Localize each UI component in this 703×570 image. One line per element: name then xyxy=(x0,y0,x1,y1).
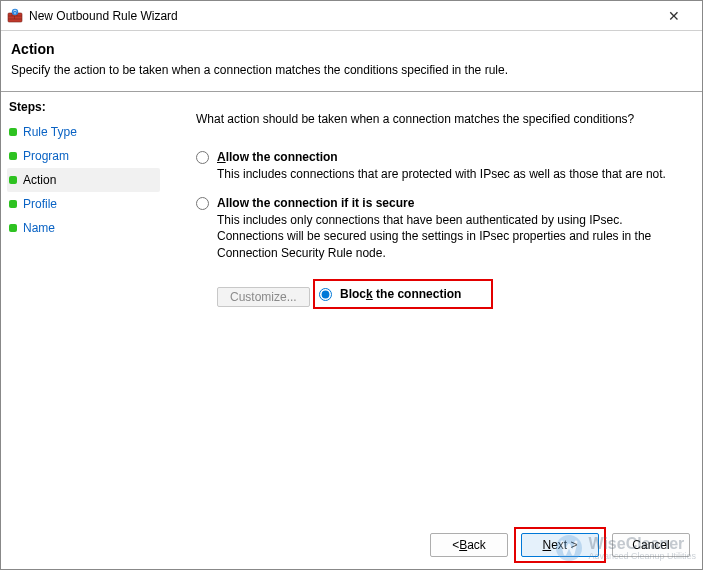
highlight-box-next: Next > xyxy=(514,527,606,563)
option-allow[interactable]: Allow the connection This includes conne… xyxy=(196,150,682,182)
step-label: Program xyxy=(23,149,69,163)
radio-allow-secure[interactable] xyxy=(196,197,209,210)
step-profile[interactable]: Profile xyxy=(7,192,160,216)
option-body: Allow the connection This includes conne… xyxy=(217,150,682,182)
wizard-header: Action Specify the action to be taken wh… xyxy=(1,31,702,81)
step-label: Action xyxy=(23,173,56,187)
step-program[interactable]: Program xyxy=(7,144,160,168)
steps-title: Steps: xyxy=(7,98,160,116)
next-button[interactable]: Next > xyxy=(521,533,599,557)
step-name[interactable]: Name xyxy=(7,216,160,240)
option-allow-secure[interactable]: Allow the connection if it is secure Thi… xyxy=(196,196,682,261)
option-title: Allow the connection if it is secure xyxy=(217,196,682,210)
step-bullet-icon xyxy=(9,176,17,184)
wizard-body: Steps: Rule Type Program Action Profile … xyxy=(1,91,702,521)
highlight-box-block: Block the connection xyxy=(313,279,493,309)
steps-panel: Steps: Rule Type Program Action Profile … xyxy=(1,92,166,521)
step-bullet-icon xyxy=(9,200,17,208)
radio-block[interactable] xyxy=(319,288,332,301)
page-title: Action xyxy=(11,41,692,57)
step-bullet-icon xyxy=(9,128,17,136)
titlebar: New Outbound Rule Wizard ✕ xyxy=(1,1,702,31)
step-label: Rule Type xyxy=(23,125,77,139)
option-desc: This includes only connections that have… xyxy=(217,212,682,261)
option-body: Allow the connection if it is secure Thi… xyxy=(217,196,682,261)
radio-allow[interactable] xyxy=(196,151,209,164)
step-label: Name xyxy=(23,221,55,235)
step-label: Profile xyxy=(23,197,57,211)
back-button[interactable]: < Back xyxy=(430,533,508,557)
steps-list: Rule Type Program Action Profile Name xyxy=(7,120,160,240)
firewall-icon xyxy=(7,8,23,24)
close-button[interactable]: ✕ xyxy=(654,2,694,30)
step-rule-type[interactable]: Rule Type xyxy=(7,120,160,144)
step-bullet-icon xyxy=(9,224,17,232)
option-desc: This includes connections that are prote… xyxy=(217,166,682,182)
cancel-button[interactable]: Cancel xyxy=(612,533,690,557)
option-title: Allow the connection xyxy=(217,150,682,164)
close-icon: ✕ xyxy=(668,8,680,24)
window-title: New Outbound Rule Wizard xyxy=(29,9,654,23)
content-panel: What action should be taken when a conne… xyxy=(166,92,702,521)
question-text: What action should be taken when a conne… xyxy=(196,112,682,126)
step-bullet-icon xyxy=(9,152,17,160)
footer: < Back Next > Cancel xyxy=(1,521,702,569)
step-action[interactable]: Action xyxy=(7,168,160,192)
customize-button: Customize... xyxy=(217,287,310,307)
option-block[interactable]: Block the connection xyxy=(315,287,461,301)
option-body: Block the connection xyxy=(340,287,461,301)
page-subtitle: Specify the action to be taken when a co… xyxy=(11,63,692,77)
option-title: Block the connection xyxy=(340,287,461,301)
